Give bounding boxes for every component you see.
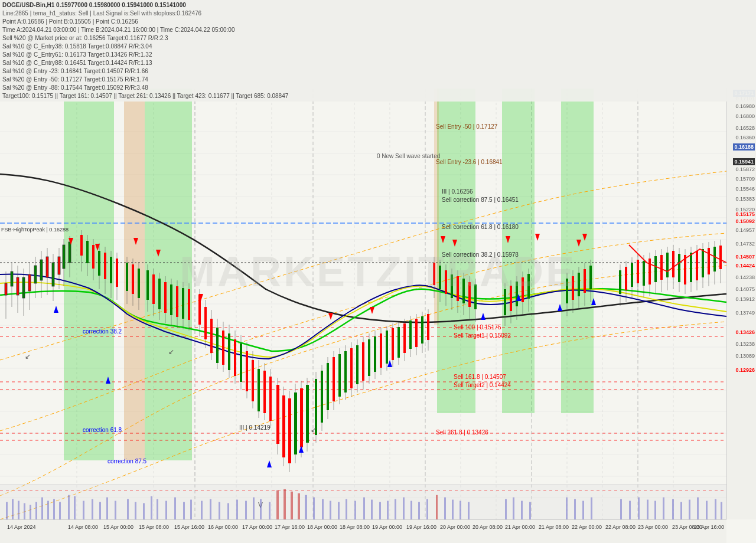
- time-label-19apr: 19 Apr 00:00: [372, 524, 402, 530]
- svg-rect-336: [253, 498, 255, 519]
- svg-rect-206: [504, 289, 506, 315]
- svg-rect-104: [170, 284, 172, 315]
- svg-text:Sell 261.8 | 0.13426: Sell 261.8 | 0.13426: [436, 429, 488, 436]
- svg-rect-356: [410, 501, 412, 519]
- info-line-9: Target100: 0.15175 || Target 161: 0.1450…: [2, 92, 754, 100]
- svg-rect-381: [697, 498, 699, 519]
- svg-rect-374: [638, 498, 640, 519]
- svg-rect-114: [204, 307, 207, 339]
- svg-rect-315: [74, 496, 76, 519]
- time-label-15apr16: 15 Apr 16:00: [174, 524, 204, 530]
- price-label-14957: 0.14957: [735, 227, 755, 233]
- svg-rect-58: [22, 277, 25, 298]
- svg-rect-52: [5, 283, 7, 295]
- price-label-14424: 0.14424: [735, 263, 755, 269]
- svg-rect-347: [338, 502, 340, 520]
- svg-rect-188: [427, 314, 429, 340]
- svg-rect-174: [386, 331, 388, 364]
- svg-rect-332: [219, 502, 220, 520]
- svg-rect-380: [689, 500, 690, 519]
- svg-text:Sell correction 61.8 | 0.16180: Sell correction 61.8 | 0.16180: [442, 224, 519, 230]
- svg-rect-64: [40, 260, 43, 280]
- svg-rect-216: [566, 279, 568, 303]
- svg-rect-370: [582, 501, 584, 519]
- svg-rect-316: [83, 501, 84, 519]
- svg-rect-382: [706, 501, 708, 519]
- chart-title: DOGE/USD-Bin,H1 0.15977000 0.15980000 0.…: [2, 1, 186, 9]
- svg-rect-323: [143, 503, 145, 519]
- price-label-16800: 0.16800: [735, 113, 755, 119]
- time-label-23apr: 23 Apr 00:00: [638, 524, 668, 530]
- svg-rect-182: [409, 320, 412, 349]
- svg-rect-126: [240, 344, 242, 382]
- svg-rect-240: [660, 255, 663, 280]
- price-label-14507: 0.14507: [735, 254, 755, 260]
- price-label-15092: 0.15092: [735, 218, 755, 224]
- info-line-7: Sal %20 @ Entry -50: 0.17127 Target:0.15…: [2, 76, 754, 84]
- svg-rect-37: [437, 89, 475, 413]
- svg-rect-335: [245, 501, 247, 519]
- svg-rect-156: [333, 357, 335, 401]
- svg-rect-321: [127, 499, 129, 519]
- svg-text:Sell Entry -50 | 0.17127: Sell Entry -50 | 0.17127: [436, 123, 498, 130]
- svg-rect-318: [99, 502, 101, 520]
- svg-rect-92: [132, 264, 134, 294]
- svg-rect-355: [403, 498, 405, 519]
- price-label-16360: 0.16360: [735, 135, 755, 140]
- svg-rect-256: [708, 248, 710, 274]
- svg-rect-186: [421, 316, 423, 344]
- chart-subtitle: Line:2865 | tema_h1_status: Sell | Last …: [2, 9, 201, 18]
- price-label-13912: 0.13912: [735, 296, 755, 302]
- svg-text:Sell Target2 | 0.14424: Sell Target2 | 0.14424: [454, 382, 511, 388]
- svg-rect-194: [445, 270, 447, 294]
- svg-rect-320: [115, 501, 116, 519]
- time-label-21apr: 21 Apr 00:00: [505, 524, 535, 530]
- time-label-21apr8: 21 Apr 08:00: [539, 524, 569, 530]
- svg-rect-361: [452, 500, 454, 519]
- price-label-13749: 0.13749: [735, 310, 755, 316]
- price-label-12926: 0.12926: [735, 367, 755, 373]
- svg-rect-234: [643, 261, 645, 286]
- svg-text:↙: ↙: [168, 348, 174, 356]
- svg-rect-372: [620, 499, 622, 519]
- svg-rect-324: [151, 496, 152, 519]
- svg-rect-138: [276, 385, 279, 444]
- price-label-15546: 0.15546: [735, 186, 755, 192]
- time-label-14apr: 14 Apr 2024: [7, 524, 36, 530]
- svg-rect-132: [258, 369, 260, 411]
- svg-rect-226: [619, 270, 621, 294]
- svg-rect-140: [282, 395, 285, 457]
- svg-rect-345: [322, 499, 324, 519]
- svg-rect-72: [63, 245, 65, 269]
- time-label-17apr16: 17 Apr 16:00: [275, 524, 305, 530]
- info-line-2: Sell %20 @ Market price or at: 0.16256 T…: [2, 34, 754, 42]
- svg-rect-252: [696, 251, 698, 280]
- svg-rect-148: [306, 385, 309, 443]
- time-label-23apr16: 23 Apr 16:00: [694, 524, 724, 530]
- svg-rect-94: [138, 269, 140, 298]
- svg-rect-160: [344, 351, 347, 392]
- svg-rect-359: [436, 495, 438, 519]
- svg-text:Sell correction 38.2 | 0.15978: Sell correction 38.2 | 0.15978: [442, 251, 519, 258]
- svg-rect-258: [713, 247, 716, 272]
- svg-rect-242: [666, 253, 669, 277]
- svg-rect-367: [529, 502, 531, 520]
- svg-rect-66: [46, 257, 48, 277]
- info-line-0: Point A:0.16586 | Point B:0.15505 | Poin…: [2, 18, 754, 26]
- price-label-15709: 0.15709: [735, 176, 755, 182]
- svg-rect-36: [145, 89, 192, 460]
- time-label-19apr16: 19 Apr 16:00: [406, 524, 436, 530]
- svg-rect-170: [374, 336, 376, 372]
- svg-text:III | 0.14219: III | 0.14219: [239, 424, 271, 431]
- svg-rect-312: [53, 499, 55, 519]
- svg-rect-80: [92, 245, 94, 269]
- svg-rect-162: [350, 348, 353, 388]
- info-line-3: Sal %10 @ C_Entry38: 0.15818 Target:0.08…: [2, 42, 754, 51]
- svg-rect-190: [433, 263, 435, 285]
- svg-rect-344: [313, 498, 315, 519]
- svg-rect-304: [6, 502, 8, 520]
- svg-rect-325: [157, 499, 158, 519]
- svg-text:0 New Sell wave started: 0 New Sell wave started: [377, 153, 440, 159]
- svg-rect-152: [321, 371, 323, 423]
- svg-rect-363: [468, 502, 470, 520]
